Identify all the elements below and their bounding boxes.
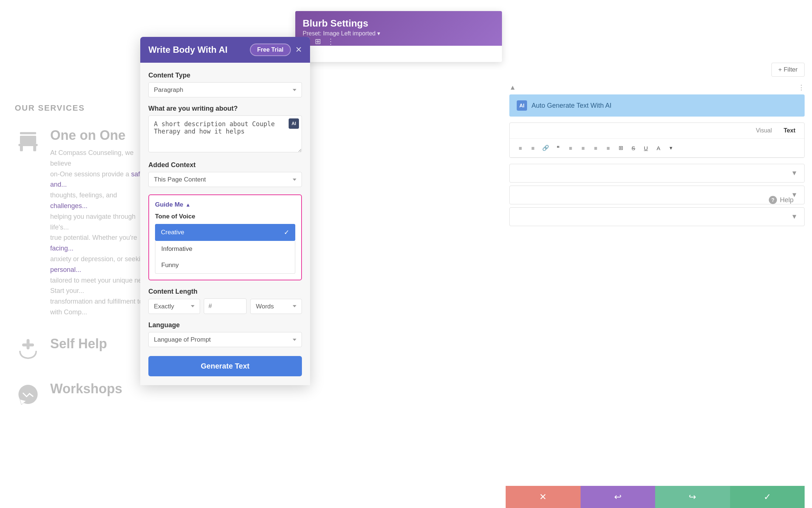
modal-close-button[interactable]: ✕: [295, 46, 302, 54]
guide-me-section: Guide Me ▲ Tone of Voice Creative ✓ Info…: [148, 194, 302, 280]
added-context-group: Added Context This Page Content None: [148, 161, 302, 187]
help-button[interactable]: ? Help: [769, 196, 794, 204]
toolbar-quote-btn[interactable]: ❝: [553, 142, 564, 153]
chevron-down-icon-1: ▼: [791, 169, 798, 177]
one-on-one-desc: At Compass Counseling, we believe on-One…: [50, 148, 155, 318]
services-heading: OUR SERVICES: [15, 103, 155, 113]
redo-button[interactable]: ↪: [655, 486, 730, 508]
plus-hand-icon: [16, 338, 40, 361]
service-item-one-on-one: One on One At Compass Counseling, we bel…: [15, 128, 155, 318]
panel-top-row: ▲ ⋮: [509, 83, 805, 91]
svg-rect-6: [22, 343, 34, 346]
writing-about-group: What are you writing about? AI: [148, 105, 302, 154]
content-length-group: Content Length Exactly About At Least At…: [148, 288, 302, 314]
blurb-icon-more[interactable]: ⋮: [327, 37, 334, 46]
blurb-settings-panel: Blurb Settings Preset: Image Left import…: [295, 11, 502, 62]
free-trial-badge[interactable]: Free Trial: [250, 44, 291, 56]
auto-generate-label: Auto Generate Text With AI: [531, 102, 612, 110]
toolbar-underline-btn[interactable]: U: [640, 142, 651, 153]
self-help-content: Self Help: [50, 336, 107, 356]
one-on-one-content: One on One At Compass Counseling, we bel…: [50, 128, 155, 318]
auto-generate-bar[interactable]: AI Auto Generate Text With AI: [509, 94, 805, 117]
tone-selected-label: Creative: [161, 229, 184, 236]
content-type-select[interactable]: Paragraph List Heading: [148, 82, 302, 97]
tone-option-funny[interactable]: Funny: [155, 257, 295, 273]
toolbar-align-left-btn[interactable]: ≡: [565, 142, 576, 153]
confirm-icon: ✓: [764, 492, 771, 502]
one-on-one-icon: [15, 128, 41, 154]
help-icon: ?: [769, 196, 777, 204]
ai-icon: AI: [517, 100, 527, 111]
blurb-preset[interactable]: Preset: Image Left imported ▾: [303, 30, 495, 37]
toolbar-list-btn[interactable]: ≡: [515, 142, 526, 153]
svg-rect-4: [18, 144, 38, 146]
undo-button[interactable]: ↩: [581, 486, 656, 508]
content-length-label: Content Length: [148, 288, 302, 296]
toolbar-strike-btn[interactable]: S: [628, 142, 639, 153]
svg-rect-1: [20, 136, 36, 144]
modal-title: Write Body With AI: [148, 45, 227, 55]
guide-me-label[interactable]: Guide Me: [155, 201, 183, 208]
accordion-1-header[interactable]: ▼: [510, 164, 804, 182]
tone-of-voice-label: Tone of Voice: [155, 213, 295, 220]
length-unit-select[interactable]: Words Sentences Paragraphs: [250, 299, 302, 314]
length-type-select[interactable]: Exactly About At Least At Most: [148, 299, 200, 314]
more-options-icon[interactable]: ⋮: [798, 83, 805, 91]
blurb-header: Blurb Settings Preset: Image Left import…: [295, 11, 502, 46]
added-context-label: Added Context: [148, 161, 302, 169]
filter-button[interactable]: + Filter: [771, 63, 805, 77]
length-number-input[interactable]: [204, 298, 247, 314]
collapse-icon[interactable]: ▲: [509, 84, 516, 91]
cancel-button[interactable]: ✕: [506, 486, 581, 508]
added-context-select[interactable]: This Page Content None: [148, 172, 302, 187]
tab-design[interactable]: Design: [335, 46, 372, 62]
chair-icon: [16, 129, 40, 153]
bottom-action-bar: ✕ ↩ ↪ ✓: [506, 486, 805, 508]
self-help-icon: [15, 336, 41, 363]
toolbar-link-btn[interactable]: 🔗: [540, 142, 551, 153]
tone-selected-item[interactable]: Creative ✓: [155, 224, 295, 241]
toolbar-list2-btn[interactable]: ≡: [527, 142, 539, 153]
accordion-3-header[interactable]: ▼: [510, 208, 804, 226]
toolbar-color-btn[interactable]: A: [653, 142, 664, 153]
visual-view-btn[interactable]: Visual: [753, 126, 775, 135]
toolbar-table-btn[interactable]: ⊞: [615, 142, 626, 153]
filter-bar: + Filter: [509, 59, 805, 80]
guide-me-arrow-icon[interactable]: ▲: [186, 202, 191, 208]
toolbar-align-justify-btn[interactable]: ≡: [603, 142, 614, 153]
writing-about-textarea[interactable]: [148, 115, 302, 152]
language-select[interactable]: Language of Prompt English Spanish Frenc…: [148, 332, 302, 347]
modal-header-right: Free Trial ✕: [250, 44, 302, 56]
self-help-title: Self Help: [50, 336, 107, 352]
service-item-self-help: Self Help: [15, 336, 155, 363]
content-type-label: Content Type: [148, 72, 302, 79]
tone-check-icon: ✓: [284, 228, 289, 236]
accordion-2-header[interactable]: ▼: [510, 186, 804, 204]
tone-option-informative[interactable]: Informative: [155, 241, 295, 257]
undo-icon: ↩: [614, 492, 622, 502]
services-section: OUR SERVICES One on One At Compass Couns…: [15, 103, 155, 426]
service-item-workshops: Workshops: [15, 381, 155, 408]
redo-icon: ↪: [689, 492, 696, 502]
length-unit-wrap: Words Sentences Paragraphs: [250, 299, 302, 314]
generate-text-button[interactable]: Generate Text: [148, 356, 302, 376]
blurb-tabs: Content Design Advanced: [295, 46, 502, 62]
toolbar-align-center-btn[interactable]: ≡: [578, 142, 589, 153]
toolbar-more-btn[interactable]: ▾: [665, 142, 677, 153]
one-on-one-title: One on One: [50, 128, 155, 143]
svg-rect-0: [20, 132, 36, 134]
accordion-2: ▼: [509, 186, 805, 204]
blurb-icon-grid[interactable]: ⊞: [315, 37, 321, 46]
confirm-button[interactable]: ✓: [730, 486, 805, 508]
tab-advanced[interactable]: Advanced: [372, 46, 417, 62]
help-label: Help: [780, 196, 794, 204]
view-toggle: Visual Text: [510, 123, 804, 139]
writing-about-label: What are you writing about?: [148, 105, 302, 113]
spacer: [509, 158, 805, 164]
right-panel: + Filter ▲ ⋮ AI Auto Generate Text With …: [509, 59, 805, 234]
modal-header: Write Body With AI Free Trial ✕: [140, 37, 310, 63]
toolbar-align-right-btn[interactable]: ≡: [590, 142, 601, 153]
text-view-btn[interactable]: Text: [781, 126, 798, 135]
language-group: Language Language of Prompt English Span…: [148, 321, 302, 347]
guide-me-header: Guide Me ▲: [155, 201, 295, 208]
